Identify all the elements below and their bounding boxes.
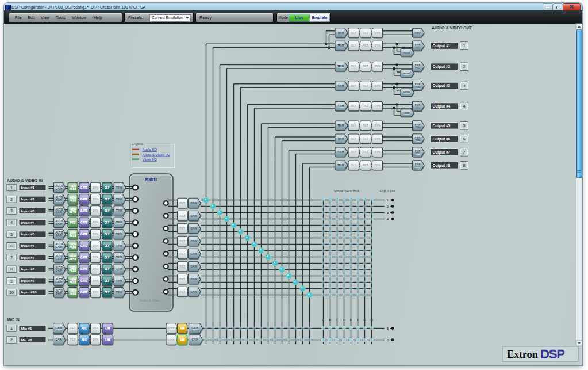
svg-text:DLY: DLY — [351, 32, 356, 35]
svg-text:3: 3 — [10, 208, 13, 213]
svg-text:PEQ: PEQ — [70, 221, 76, 224]
svg-text:VOL: VOL — [415, 46, 420, 49]
svg-text:VOL: VOL — [415, 165, 420, 168]
svg-text:FILT: FILT — [70, 327, 76, 330]
svg-text:Mic #2: Mic #2 — [21, 338, 32, 342]
svg-text:DYN: DYN — [93, 221, 98, 224]
svg-text:TRIM: TRIM — [116, 186, 122, 189]
svg-text:10: 10 — [9, 290, 14, 295]
svg-text:9: 9 — [10, 279, 13, 284]
svg-text:TRIM: TRIM — [337, 44, 344, 47]
svg-text:TRIM: TRIM — [116, 256, 122, 259]
svg-text:Mic #1: Mic #1 — [21, 326, 32, 330]
svg-text:FILT: FILT — [180, 227, 186, 230]
svg-text:TRIM: TRIM — [116, 291, 122, 294]
svg-text:AMP: AMP — [415, 32, 421, 35]
svg-text:FILT: FILT — [180, 240, 186, 243]
svg-text:GATE: GATE — [80, 280, 87, 283]
svg-text:PASS: PASS — [70, 211, 76, 214]
svg-text:Input #3: Input #3 — [21, 209, 35, 213]
svg-text:GAIN: GAIN — [190, 202, 197, 205]
svg-text:8: 8 — [10, 266, 13, 272]
svg-text:Input #2: Input #2 — [21, 197, 35, 201]
svg-text:3: 3 — [387, 211, 389, 215]
svg-text:FILT: FILT — [363, 138, 368, 140]
svg-text:DLY: DLY — [351, 151, 356, 154]
svg-text:Input #7: Input #7 — [21, 255, 35, 260]
svg-text:Input #5: Input #5 — [21, 232, 35, 236]
svg-text:DYN: DYN — [375, 105, 381, 108]
svg-text:1: 1 — [10, 326, 13, 331]
svg-text:DYN: DYN — [375, 164, 381, 167]
svg-text:E: E — [350, 318, 352, 322]
svg-text:4: 4 — [463, 104, 466, 109]
svg-text:B: B — [329, 318, 332, 322]
svg-text:DLY: DLY — [105, 256, 110, 259]
svg-text:AM: AM — [180, 327, 184, 330]
svg-text:GAIN: GAIN — [56, 269, 63, 272]
svg-text:DLY: DLY — [105, 186, 110, 189]
svg-text:FILT: FILT — [180, 202, 186, 205]
svg-text:PASS: PASS — [70, 281, 76, 284]
svg-text:FILT: FILT — [180, 291, 186, 293]
svg-text:TRIM: TRIM — [337, 32, 344, 35]
svg-text:GAIN: GAIN — [190, 240, 197, 243]
svg-text:Output #4: Output #4 — [433, 104, 451, 109]
svg-text:A: A — [322, 318, 325, 322]
svg-text:GAIN: GAIN — [190, 278, 197, 281]
svg-text:5: 5 — [463, 123, 466, 128]
svg-text:GAIN: GAIN — [56, 258, 63, 261]
svg-text:DLY: DLY — [105, 198, 110, 201]
svg-text:DUCK: DUCK — [168, 327, 175, 330]
svg-text:Output #7: Output #7 — [433, 150, 451, 155]
svg-text:Output #6: Output #6 — [433, 137, 451, 142]
svg-text:Output #8: Output #8 — [433, 163, 451, 168]
svg-text:DLY: DLY — [105, 268, 110, 270]
svg-text:Extron: Extron — [507, 349, 538, 360]
svg-text:TRIM: TRIM — [116, 280, 122, 283]
svg-text:DYN: DYN — [93, 291, 98, 294]
svg-text:TRIM: TRIM — [337, 151, 344, 154]
svg-text:GAIN: GAIN — [190, 253, 197, 255]
svg-text:FILT: FILT — [180, 215, 186, 218]
svg-text:H: H — [370, 318, 372, 322]
svg-text:Video I/O: Video I/O — [143, 157, 157, 161]
svg-text:VOL: VOL — [415, 106, 420, 109]
svg-text:AUDIO & VIDEO IN: AUDIO & VIDEO IN — [7, 178, 43, 182]
svg-text:GAIN: GAIN — [56, 292, 63, 295]
svg-text:DLY: DLY — [351, 105, 356, 108]
svg-text:GATE: GATE — [80, 291, 87, 294]
svg-text:AEC: AEC — [81, 327, 87, 330]
svg-text:1: 1 — [10, 185, 13, 190]
svg-text:Output #1: Output #1 — [433, 44, 451, 48]
svg-text:TRIM: TRIM — [337, 85, 344, 87]
svg-text:Output #5: Output #5 — [433, 124, 451, 128]
svg-text:2: 2 — [463, 64, 466, 69]
svg-text:3: 3 — [463, 83, 466, 89]
svg-text:MIC IN: MIC IN — [7, 318, 20, 322]
svg-text:DLY: DLY — [105, 209, 110, 212]
svg-text:VOL: VOL — [415, 152, 420, 155]
svg-text:DYN: DYN — [375, 32, 381, 35]
svg-text:GAIN: GAIN — [190, 215, 197, 218]
svg-text:GATE: GATE — [80, 245, 87, 247]
svg-text:GATE: GATE — [80, 186, 87, 189]
svg-text:FILT: FILT — [363, 124, 368, 127]
svg-text:TRIM: TRIM — [337, 105, 344, 108]
svg-text:6: 6 — [10, 243, 13, 249]
svg-text:TRIM: TRIM — [337, 138, 344, 140]
svg-text:DLY: DLY — [351, 65, 356, 68]
svg-text:7: 7 — [10, 255, 13, 260]
svg-text:GATE: GATE — [80, 233, 87, 236]
svg-text:GAIN: GAIN — [56, 246, 63, 249]
svg-text:Audio & Video...: Audio & Video... — [140, 299, 163, 302]
svg-text:DYN: DYN — [93, 268, 98, 270]
svg-text:Input #4: Input #4 — [21, 220, 35, 224]
svg-text:DYN: DYN — [93, 209, 98, 212]
svg-text:PASS: PASS — [70, 292, 76, 295]
svg-text:G: G — [363, 318, 366, 322]
svg-text:GAIN: GAIN — [55, 338, 62, 341]
svg-text:TRIM: TRIM — [337, 124, 344, 127]
svg-text:DYN: DYN — [375, 124, 381, 127]
svg-text:Legend: Legend — [132, 142, 143, 146]
